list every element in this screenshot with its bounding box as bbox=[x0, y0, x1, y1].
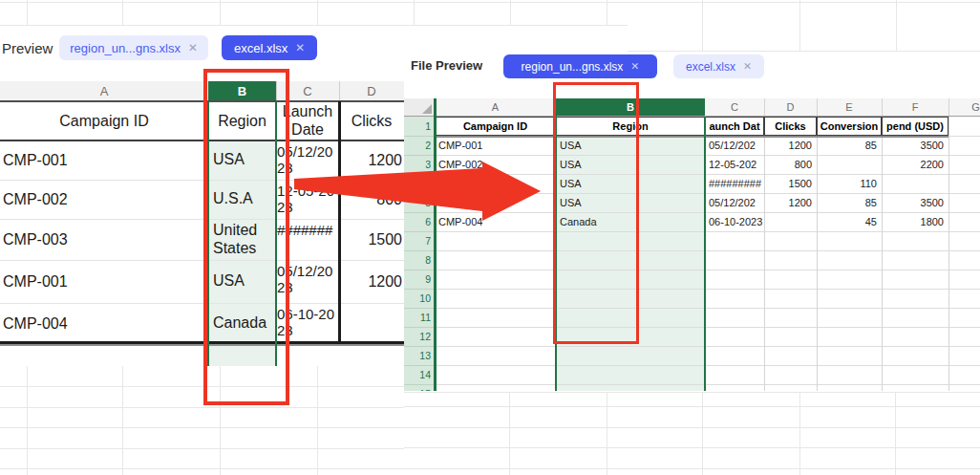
cell: USA bbox=[210, 260, 277, 303]
cell: 110 bbox=[817, 174, 877, 193]
tab-label: excel.xlsx bbox=[686, 60, 735, 74]
cell: USA bbox=[556, 193, 709, 212]
right-tab-region-unified[interactable]: region_un...gns.xlsx ✕ bbox=[503, 54, 657, 78]
screenshot-root: { "annotation_colors": { "highlight_red"… bbox=[0, 0, 980, 475]
cell: ######### bbox=[705, 174, 768, 193]
sheet-line bbox=[435, 270, 980, 270]
sheet-line bbox=[799, 392, 800, 475]
sheet-line bbox=[0, 2, 980, 3]
select-all-corner bbox=[422, 104, 432, 114]
cell: 05/12/202 bbox=[705, 136, 768, 155]
tab-label: region_un...gns.xlsx bbox=[522, 60, 624, 74]
cell: Canada bbox=[210, 303, 277, 344]
row-number: 5 bbox=[404, 193, 435, 212]
column-header-d: D bbox=[764, 98, 817, 116]
cell: 06-10-2023 bbox=[276, 303, 340, 347]
sheet-line bbox=[435, 346, 980, 347]
left-tab-excel[interactable]: excel.xlsx ✕ bbox=[222, 35, 317, 60]
sheet-line bbox=[435, 289, 980, 290]
sheet-line bbox=[317, 357, 318, 475]
column-header-c: C bbox=[276, 81, 339, 100]
header-cell bbox=[949, 118, 980, 135]
close-icon[interactable]: ✕ bbox=[188, 41, 198, 54]
left-tab-region-unified[interactable]: region_un...gns.xlsx ✕ bbox=[59, 35, 208, 60]
sheet-line bbox=[0, 468, 404, 469]
right-tab-excel[interactable]: excel.xlsx ✕ bbox=[673, 54, 764, 78]
cell: 1800 bbox=[882, 212, 944, 231]
sheet-line bbox=[628, 51, 980, 52]
column-header-b: B bbox=[208, 81, 276, 100]
cell: 12-05-2023 bbox=[276, 180, 340, 222]
cell: 1500 bbox=[764, 174, 812, 193]
sheet-line bbox=[122, 357, 123, 475]
cell: 1200 bbox=[764, 136, 812, 155]
cell: 45 bbox=[817, 212, 877, 231]
sheet-line bbox=[435, 231, 980, 232]
cell: 1500 bbox=[339, 219, 404, 260]
sheet-line bbox=[509, 392, 510, 475]
sheet-line bbox=[0, 448, 404, 449]
header-cell: Clicks bbox=[765, 118, 816, 135]
cell: CMP-001 bbox=[0, 140, 211, 180]
sheet-line bbox=[510, 0, 511, 25]
sheet-line bbox=[607, 392, 607, 475]
sheet-line bbox=[404, 392, 980, 393]
header-cell: Region bbox=[557, 118, 704, 135]
sheet-line bbox=[0, 344, 404, 346]
cell: CMP-004 bbox=[435, 212, 560, 231]
cell: CMP-003 bbox=[0, 219, 211, 260]
sheet-line bbox=[435, 308, 980, 309]
sheet-line bbox=[948, 98, 949, 391]
cell bbox=[339, 303, 404, 344]
row-number: 13 bbox=[404, 346, 435, 365]
row-number: 8 bbox=[404, 250, 435, 270]
row-number: 14 bbox=[404, 365, 435, 384]
close-icon[interactable]: ✕ bbox=[630, 60, 639, 73]
row-number: 7 bbox=[404, 231, 435, 250]
row-number: 6 bbox=[404, 212, 435, 231]
right-sheet-preview: ABCDEFG123456789101112131415Campaign IDR… bbox=[404, 98, 980, 391]
sheet-line bbox=[414, 0, 415, 25]
cell: ####### bbox=[276, 219, 340, 263]
cell: U.S.A bbox=[210, 180, 277, 219]
column-header-a: A bbox=[0, 81, 208, 100]
column-header-d: D bbox=[339, 81, 404, 100]
cell: 85 bbox=[817, 136, 877, 155]
row-number: 3 bbox=[404, 155, 435, 174]
close-icon[interactable]: ✕ bbox=[743, 60, 752, 73]
sheet-line bbox=[895, 392, 896, 475]
cell: USA bbox=[556, 136, 709, 155]
row-number: 15 bbox=[404, 384, 435, 391]
header-cell: Clicks bbox=[339, 101, 404, 140]
sheet-line bbox=[122, 0, 123, 25]
sheet-line bbox=[404, 468, 980, 469]
header-cell: aunch Dat bbox=[706, 118, 763, 135]
cell: CMP-001 bbox=[435, 193, 560, 212]
cell: 800 bbox=[339, 180, 404, 219]
cell: 1200 bbox=[339, 140, 404, 180]
header-cell: Launch Date bbox=[276, 101, 339, 140]
header-cell: Conversion bbox=[818, 118, 881, 135]
sheet-line bbox=[435, 250, 980, 251]
column-header-c: C bbox=[705, 98, 764, 116]
cell: 12-05-202 bbox=[705, 155, 768, 174]
sheet-line bbox=[896, 0, 897, 51]
cell: CMP-001 bbox=[0, 260, 211, 303]
cell: 2200 bbox=[882, 155, 944, 174]
sheet-line bbox=[435, 327, 980, 328]
cell: CMP-002 bbox=[435, 155, 560, 174]
sheet-line bbox=[435, 384, 980, 385]
column-header-a: A bbox=[435, 98, 556, 116]
cell: USA bbox=[556, 174, 709, 193]
cell: 1200 bbox=[764, 193, 812, 212]
cell: 85 bbox=[817, 193, 877, 212]
row-number: 4 bbox=[404, 174, 435, 193]
header-cell: Campaign ID bbox=[0, 101, 208, 140]
sheet-line bbox=[220, 0, 221, 25]
cell: Canada bbox=[556, 212, 709, 231]
tab-label: region_un...gns.xlsx bbox=[70, 41, 181, 55]
sheet-line bbox=[799, 0, 800, 51]
column-header-b: B bbox=[556, 98, 705, 116]
row-number: 2 bbox=[404, 136, 435, 155]
close-icon[interactable]: ✕ bbox=[295, 41, 305, 54]
